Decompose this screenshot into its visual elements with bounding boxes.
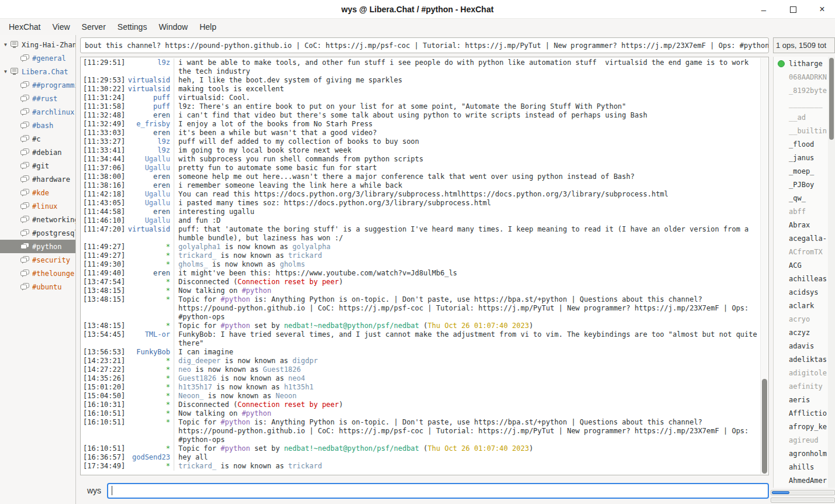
user-list-item[interactable]: adigitole — [774, 366, 835, 379]
tree-item--programming[interactable]: ##programming — [0, 78, 75, 92]
userlist-scrollbar[interactable] — [828, 57, 835, 488]
message-text: i pasted many times soz: https://docs.py… — [174, 199, 760, 208]
maximize-icon[interactable] — [788, 5, 798, 14]
tree-item--hardware[interactable]: #hardware — [0, 172, 75, 186]
expander-icon[interactable]: ▼ — [2, 69, 9, 74]
menu-settings[interactable]: Settings — [112, 20, 153, 34]
topic-input[interactable]: bout this channel? https://pound-python.… — [80, 37, 769, 53]
tree-item--debian[interactable]: #debian — [0, 146, 75, 159]
message-text: Neoon_ is now known as Neoon — [174, 392, 760, 401]
message-text: it's been a while but wasn't that a good… — [174, 129, 760, 137]
user-list-item[interactable]: _8192byte — [774, 84, 835, 97]
message-segment: pretty fun to automate some basic fun fo… — [178, 164, 377, 172]
menu-server[interactable]: Server — [76, 20, 112, 34]
message-timestamp: [14:27:22] — [81, 365, 125, 374]
message-timestamp: [13:48:15] — [81, 286, 125, 295]
user-nick: agronholm — [789, 450, 827, 458]
user-list-item[interactable]: aczyz — [774, 326, 835, 339]
menubar: HexChatViewServerSettingsWindowHelp — [0, 19, 835, 35]
message-segment: Guest1826 — [178, 374, 216, 382]
user-list-item[interactable]: litharge — [774, 57, 835, 70]
menu-view[interactable]: View — [46, 20, 75, 34]
expander-icon[interactable]: ▼ — [2, 42, 9, 47]
user-list-item[interactable]: _flood — [774, 137, 835, 151]
message-text: making tools is excellent — [174, 85, 760, 94]
user-list-item[interactable]: ACG — [774, 258, 835, 272]
user-list-item[interactable]: _PJBoy — [774, 178, 835, 191]
message-segment: Disconnected ( — [178, 278, 237, 286]
tree-item-label: Xing-Hai-Zhang — [22, 41, 75, 49]
tree-item--linux[interactable]: #linux — [0, 199, 75, 213]
message-input[interactable] — [107, 483, 769, 499]
message-text: gholms_ is now known as gholms — [174, 260, 760, 269]
message-segment: nedbat!~nedbat@python/psf/nedbat — [284, 322, 419, 330]
user-list-item[interactable]: aeris — [774, 393, 835, 406]
tree-item--networking[interactable]: #networking — [0, 213, 75, 226]
tree-item--ubuntu[interactable]: #ubuntu — [0, 280, 75, 294]
message-nick: e_frisby — [125, 120, 174, 129]
user-list-item[interactable]: _qw_ — [774, 191, 835, 205]
event-marker: * — [125, 392, 174, 401]
tree-item-label: #python — [32, 243, 62, 251]
user-list-item[interactable]: abff — [774, 205, 835, 218]
user-list-item[interactable]: adeliktas — [774, 353, 835, 366]
user-list-item[interactable]: afropy_ke — [774, 420, 835, 433]
tree-item-xing-hai-zhang[interactable]: ▼Xing-Hai-Zhang — [0, 38, 75, 51]
user-list-item[interactable]: adavis — [774, 339, 835, 353]
input-bar: wys — [80, 481, 769, 500]
user-list-item[interactable]: acidsys — [774, 285, 835, 299]
user-list: litharge068AADRKN_8192byte__________ad__… — [774, 57, 835, 487]
user-list-item[interactable]: ahills — [774, 460, 835, 474]
user-list-item[interactable]: aefinity — [774, 379, 835, 393]
tree-item--thelounge[interactable]: #thelounge — [0, 267, 75, 280]
tree-item--c[interactable]: #c — [0, 132, 75, 146]
user-list-item[interactable]: acryo — [774, 312, 835, 326]
chat-message: [11:31:24]puffvirtualsid: Cool. — [81, 94, 760, 102]
tree-item--general[interactable]: #general — [0, 51, 75, 65]
user-list-item[interactable]: ________ — [774, 97, 835, 111]
menu-help[interactable]: Help — [194, 20, 222, 34]
user-list-item[interactable]: acegalla- — [774, 232, 835, 245]
user-list-item[interactable]: agireud — [774, 433, 835, 447]
user-list-item[interactable]: ACfromTX — [774, 245, 835, 258]
throughput-meter-track — [772, 499, 834, 502]
tree-item--git[interactable]: #git — [0, 159, 75, 172]
menu-hexchat[interactable]: HexChat — [3, 20, 46, 34]
user-list-item[interactable]: achilleas — [774, 272, 835, 285]
user-list-item[interactable]: Afflictio — [774, 406, 835, 420]
close-icon[interactable]: × — [817, 5, 827, 14]
tree-item--archlinux[interactable]: #archlinux — [0, 105, 75, 119]
chat-scrollbar-thumb[interactable] — [762, 379, 767, 474]
tree-item--python[interactable]: #python — [0, 240, 75, 253]
chat-message: [15:01:20]*h1t35h17 is now known as h1t3… — [81, 383, 760, 392]
chat-scrollbar[interactable] — [760, 58, 768, 474]
userlist-scrollbar-thumb[interactable] — [829, 58, 834, 140]
user-list-item[interactable]: aclark — [774, 299, 835, 312]
user-list-item[interactable]: __builtin — [774, 124, 835, 137]
user-nick: aeris — [789, 396, 810, 404]
tree-item--bash[interactable]: #bash — [0, 119, 75, 132]
user-list-item[interactable]: AhmedAmer — [774, 474, 835, 487]
tree-item--postgresql[interactable]: #postgresql — [0, 226, 75, 240]
message-timestamp: [11:33:41] — [81, 146, 125, 155]
message-segment: is now known as — [212, 383, 284, 391]
menu-window[interactable]: Window — [153, 20, 194, 34]
user-list-item[interactable]: 068AADRKN — [774, 70, 835, 84]
tree-item--rust[interactable]: ##rust — [0, 92, 75, 105]
user-list-item[interactable]: __ad — [774, 111, 835, 124]
user-list-item[interactable]: agronholm — [774, 447, 835, 460]
server-icon — [9, 67, 19, 76]
user-list-item[interactable]: Abrax — [774, 218, 835, 232]
minimize-icon[interactable]: – — [759, 5, 768, 14]
tree-item--kde[interactable]: #kde — [0, 186, 75, 199]
chat-message: [16:10:51]*Topic for #python is: Anythin… — [81, 418, 760, 444]
chat-message: [13:56:53]FunkyBobI can imagine — [81, 348, 760, 357]
tree-item-libera-chat[interactable]: ▼Libera.Chat — [0, 65, 75, 78]
message-segment: ) — [529, 322, 533, 330]
user-list-item[interactable]: _moep_ — [774, 164, 835, 178]
tree-item--security[interactable]: #security — [0, 253, 75, 267]
message-segment: Thu Oct 26 01:07:40 2023 — [427, 322, 529, 330]
message-segment: #python — [220, 418, 250, 426]
message-segment: with subprocess you run shell commands f… — [178, 155, 423, 163]
user-list-item[interactable]: _janus — [774, 151, 835, 164]
